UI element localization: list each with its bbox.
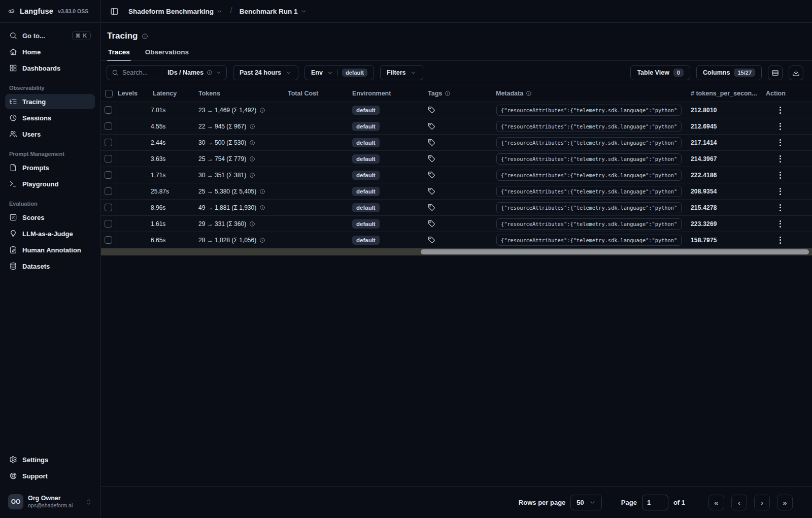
tags-cell[interactable] [426,236,492,244]
row-actions-kebab-icon[interactable] [776,234,784,247]
metadata-cell[interactable]: {"resourceAttributes":{"telemetry.sdk.la… [492,170,687,181]
search-scope-select[interactable]: IDs / Names [167,69,222,76]
column-header-action[interactable]: Action [762,90,812,97]
info-icon[interactable] [249,221,255,227]
metadata-cell[interactable]: {"resourceAttributes":{"telemetry.sdk.la… [492,218,687,230]
info-icon[interactable] [259,237,265,243]
page-number-input[interactable] [642,495,668,510]
column-header-tags[interactable]: Tags [426,90,492,97]
row-actions-kebab-icon[interactable] [776,120,784,133]
row-checkbox[interactable] [105,139,112,146]
table-row[interactable]: 7.01s 23 → 1,469 (Σ 1,492) default {"res… [101,102,812,118]
column-header-levels[interactable]: Levels [116,90,148,97]
rows-per-page-select[interactable]: 50 [570,495,601,510]
row-checkbox[interactable] [105,204,112,211]
table-view-button[interactable]: Table View 0 [630,65,690,80]
info-icon[interactable] [249,156,255,162]
row-checkbox[interactable] [105,155,112,163]
table-row[interactable]: 8.96s 49 → 1,881 (Σ 1,930) default {"res… [101,200,812,216]
row-checkbox[interactable] [105,171,112,179]
table-row[interactable]: 4.55s 22 → 945 (Σ 967) default {"resourc… [101,118,812,135]
column-header-latency[interactable]: Latency [148,90,194,97]
row-checkbox[interactable] [105,220,112,228]
metadata-cell[interactable]: {"resourceAttributes":{"telemetry.sdk.la… [492,153,687,165]
info-icon[interactable] [249,123,255,130]
sidebar-item-human-annotation[interactable]: Human Annotation [5,242,95,257]
breadcrumb-org[interactable]: Shadeform Benchmarking [126,6,225,17]
table-row[interactable]: 1.61s 29 → 331 (Σ 360) default {"resourc… [101,216,812,232]
tags-cell[interactable] [426,122,492,130]
previous-page-button[interactable]: ‹ [731,495,747,510]
user-menu[interactable]: OO Org Owner ops@shadeform.ai [5,491,95,513]
columns-button[interactable]: Columns 15/27 [696,65,762,80]
tags-cell[interactable] [426,220,492,228]
table-row[interactable]: 3.63s 25 → 754 (Σ 779) default {"resourc… [101,151,812,167]
row-actions-kebab-icon[interactable] [776,136,784,149]
tab-traces[interactable]: Traces [107,46,131,60]
search-input[interactable] [122,69,164,76]
sidebar-item-sessions[interactable]: Sessions [5,110,95,125]
table-row[interactable]: 25.87s 25 → 5,380 (Σ 5,405) default {"re… [101,183,812,200]
filters-button[interactable]: Filters [380,65,423,80]
horizontal-scrollbar-thumb[interactable] [421,249,809,254]
table-row[interactable]: 1.71s 30 → 351 (Σ 381) default {"resourc… [101,167,812,183]
metadata-cell[interactable]: {"resourceAttributes":{"telemetry.sdk.la… [492,235,687,246]
sidebar-item-support[interactable]: Support [5,468,95,483]
column-header-metadata[interactable]: Metadata [492,90,687,97]
info-icon[interactable] [259,188,265,195]
goto-search[interactable]: Go to... ⌘ K [5,28,95,43]
info-icon[interactable] [249,140,255,146]
tab-observations[interactable]: Observations [144,46,190,60]
time-range-button[interactable]: Past 24 hours [233,65,298,80]
row-checkbox[interactable] [105,236,112,244]
info-icon[interactable] [249,172,255,178]
tags-cell[interactable] [426,171,492,179]
last-page-button[interactable]: » [777,495,793,510]
sidebar-item-datasets[interactable]: Datasets [5,258,95,274]
metadata-cell[interactable]: {"resourceAttributes":{"telemetry.sdk.la… [492,105,687,116]
tags-cell[interactable] [426,204,492,211]
table-row[interactable]: 2.44s 30 → 500 (Σ 530) default {"resourc… [101,135,812,151]
env-filter-button[interactable]: Env default [304,65,374,80]
column-header-total-cost[interactable]: Total Cost [284,90,347,97]
row-checkbox[interactable] [105,106,112,114]
metadata-cell[interactable]: {"resourceAttributes":{"telemetry.sdk.la… [492,186,687,197]
sidebar-item-home[interactable]: Home [5,44,95,59]
sidebar-item-playground[interactable]: Playground [5,176,95,191]
column-header-environment[interactable]: Environment [347,90,426,97]
first-page-button[interactable]: « [708,495,724,510]
info-icon[interactable] [142,33,148,40]
tags-cell[interactable] [426,155,492,163]
sidebar-item-settings[interactable]: Settings [5,452,95,467]
sidebar-item-users[interactable]: Users [5,126,95,142]
table-row[interactable]: 6.65s 28 → 1,028 (Σ 1,056) default {"res… [101,232,812,248]
column-header-tokens[interactable]: Tokens [194,90,284,97]
row-actions-kebab-icon[interactable] [776,169,784,182]
info-icon[interactable] [259,205,265,211]
tags-cell[interactable] [426,187,492,195]
row-actions-kebab-icon[interactable] [776,201,784,214]
select-all-checkbox[interactable] [105,90,113,98]
metadata-cell[interactable]: {"resourceAttributes":{"telemetry.sdk.la… [492,202,687,213]
tags-cell[interactable] [426,139,492,146]
metadata-cell[interactable]: {"resourceAttributes":{"telemetry.sdk.la… [492,137,687,148]
horizontal-scrollbar-track[interactable] [101,248,812,255]
breadcrumb-project[interactable]: Benchmark Run 1 [238,6,309,17]
info-icon[interactable] [259,107,265,113]
export-button[interactable] [789,66,803,80]
metadata-cell[interactable]: {"resourceAttributes":{"telemetry.sdk.la… [492,121,687,132]
sidebar-toggle-button[interactable] [107,4,121,18]
sidebar-item-scores[interactable]: Scores [5,210,95,225]
column-header-tokens-per-second[interactable]: # tokens_per_secon... [687,90,762,97]
tags-cell[interactable] [426,106,492,114]
row-checkbox[interactable] [105,187,112,195]
row-actions-kebab-icon[interactable] [776,104,784,117]
row-checkbox[interactable] [105,122,112,130]
sidebar-item-tracing[interactable]: Tracing [5,94,95,109]
row-actions-kebab-icon[interactable] [776,185,784,198]
sidebar-item-prompts[interactable]: Prompts [5,160,95,175]
sidebar-item-dashboards[interactable]: Dashboards [5,60,95,76]
row-actions-kebab-icon[interactable] [776,217,784,231]
sidebar-item-llm-as-a-judge[interactable]: LLM-as-a-Judge [5,226,95,241]
row-actions-kebab-icon[interactable] [776,152,784,166]
